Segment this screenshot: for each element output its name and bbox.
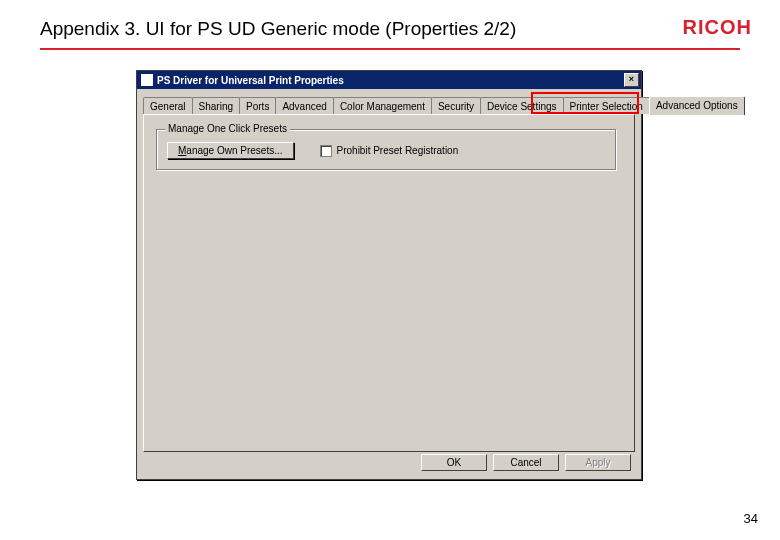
cancel-button[interactable]: Cancel: [493, 454, 559, 471]
ok-button[interactable]: OK: [421, 454, 487, 471]
apply-button[interactable]: Apply: [565, 454, 631, 471]
manage-own-presets-button[interactable]: Manage Own Presets...: [167, 142, 294, 159]
tab-general[interactable]: General: [143, 97, 193, 114]
prohibit-preset-checkbox[interactable]: Prohibit Preset Registration: [320, 145, 459, 157]
tab-advanced-options[interactable]: Advanced Options: [649, 96, 745, 115]
tab-sharing[interactable]: Sharing: [192, 97, 240, 114]
tab-advanced[interactable]: Advanced: [275, 97, 333, 114]
window-title: PS Driver for Universal Print Properties: [157, 75, 624, 86]
tab-device-settings[interactable]: Device Settings: [480, 97, 563, 114]
properties-dialog: PS Driver for Universal Print Properties…: [136, 70, 642, 480]
checkbox-label: Prohibit Preset Registration: [337, 145, 459, 156]
divider: [40, 48, 740, 50]
tab-panel: Manage One Click Presets Manage Own Pres…: [143, 114, 635, 452]
tab-security[interactable]: Security: [431, 97, 481, 114]
slide-title: Appendix 3. UI for PS UD Generic mode (P…: [40, 18, 516, 40]
tab-printer-selection[interactable]: Printer Selection: [563, 97, 650, 114]
tab-ports[interactable]: Ports: [239, 97, 276, 114]
titlebar: PS Driver for Universal Print Properties…: [137, 71, 641, 89]
page-number: 34: [744, 511, 758, 526]
brand-logo: RICOH: [683, 16, 752, 39]
window-icon: [141, 74, 153, 86]
checkbox-icon: [320, 145, 332, 157]
group-title: Manage One Click Presets: [165, 123, 290, 134]
dialog-footer: OK Cancel Apply: [421, 454, 631, 471]
close-button[interactable]: ×: [624, 73, 639, 87]
tab-color-management[interactable]: Color Management: [333, 97, 432, 114]
tab-strip: General Sharing Ports Advanced Color Man…: [143, 95, 635, 114]
manage-presets-group: Manage One Click Presets Manage Own Pres…: [156, 129, 616, 170]
